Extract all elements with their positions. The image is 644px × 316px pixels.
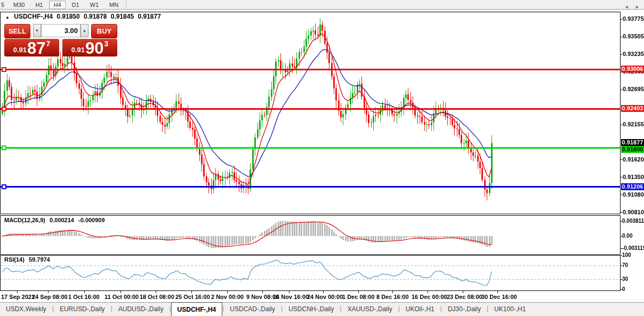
buy-button[interactable]: BUY <box>91 24 117 38</box>
chart-tab-usdx-weekly[interactable]: USDX,Weekly <box>0 303 52 316</box>
price-tick-label: 0.91620 <box>623 156 644 163</box>
chart-tab-ukoil-h1[interactable]: UKOil-,H1 <box>400 303 440 316</box>
timeframe-button-h1[interactable]: H1 <box>31 1 47 9</box>
timeframe-button-5[interactable]: 5 <box>0 1 7 9</box>
buy-price-display[interactable]: 0.91 90 3 <box>62 39 117 56</box>
buy-price-big: 90 <box>85 40 103 56</box>
date-label: 18 Oct 08:00 <box>140 294 174 300</box>
chart-tab-usdcnh-daily[interactable]: USDCNH-,Daily <box>283 303 340 316</box>
date-label: 1 Dec 08:00 <box>342 294 375 300</box>
chart-tab-dj30-daily[interactable]: DJ30-,Daily <box>442 303 487 316</box>
date-label: 11 Oct 00:00 <box>104 294 139 300</box>
timeframe-button-d1[interactable]: D1 <box>68 1 84 9</box>
date-label: 17 Sep 2021 <box>1 294 35 300</box>
tab-scroll-arrows: ◄ ► <box>619 4 640 10</box>
sell-price-pip: 7 <box>46 39 51 48</box>
date-label: 2 Nov 00:00 <box>211 294 244 300</box>
sell-price-display[interactable]: 0.91 87 7 <box>4 39 59 56</box>
one-click-trade-panel: SELL ▼ 3.00 ▲ BUY 0.91 87 7 0.91 90 3 <box>4 24 117 56</box>
volume-input[interactable]: 3.00 <box>41 24 80 37</box>
date-label: 23 Dec 08:00 <box>447 294 482 300</box>
price-badge-0.92403: 0.92403 <box>621 105 644 112</box>
chart-tab-uk100-h1[interactable]: UK100-,H1 <box>488 303 532 316</box>
chart-tab-usdchf-h4[interactable]: USDCHF-,H4 <box>171 302 223 316</box>
sell-price-big: 87 <box>27 40 45 56</box>
rsi-tick-label: 0 <box>622 286 644 292</box>
macd-signal-value: -0.000909 <box>78 217 105 223</box>
date-label: 1 Oct 16:00 <box>68 294 100 300</box>
chart-title: ▲ USDCHF-,H4 0.91850 0.91878 0.91845 0.9… <box>5 13 163 20</box>
timeframe-button-m30[interactable]: M30 <box>9 1 29 9</box>
rsi-label: RSI(14) 59.7974 <box>4 256 53 263</box>
tab-scroll-right-icon[interactable]: ► <box>635 4 640 10</box>
rsi-value: 59.7974 <box>29 256 50 263</box>
price-tick-label: 0.93505 <box>623 33 644 39</box>
date-label: 16 Nov 16:00 <box>273 294 309 300</box>
price-badge-0.93006: 0.93006 <box>621 66 644 72</box>
timeframe-button-mn[interactable]: MN <box>105 1 123 9</box>
macd-main-value: 0.000214 <box>50 217 74 223</box>
price-badge-0.91206: 0.91206 <box>621 183 644 190</box>
date-label: 24 Sep 08:00 <box>32 294 68 300</box>
date-label: 25 Oct 16:00 <box>175 294 210 300</box>
price-tick-label: 0.93775 <box>623 15 644 22</box>
chart-tab-audusd-daily[interactable]: AUDUSD-,Daily <box>112 303 170 316</box>
price-tick-label: 0.92155 <box>623 121 644 127</box>
price-tick-label: 0.91350 <box>623 174 644 180</box>
macd-name: MACD(12,26,9) <box>4 217 45 223</box>
chart-tab-bar: USDX,Weekly|EURUSD-,Daily|AUDUSD-,Daily|… <box>0 302 644 316</box>
price-badge-0.91877: 0.91877 <box>621 139 644 146</box>
date-label: 24 Nov 00:00 <box>307 294 343 300</box>
collapse-icon[interactable]: ▲ <box>5 15 10 20</box>
ohlc-close: 0.91877 <box>138 13 160 20</box>
chart-tab-eurusd-daily[interactable]: EURUSD-,Daily <box>54 303 111 316</box>
ohlc-high: 0.91878 <box>84 13 107 20</box>
chart-tab-usdcad-daily[interactable]: USDCAD-,Daily <box>224 303 281 316</box>
price-tick-label: 0.90810 <box>623 209 644 215</box>
buy-price-pip: 3 <box>104 39 109 48</box>
ohlc-low: 0.91845 <box>111 13 134 20</box>
ohlc-open: 0.91850 <box>57 13 79 20</box>
rsi-tick-label: 100 <box>622 252 644 258</box>
symbol-period-label: USDCHF-,H4 <box>14 13 53 20</box>
price-tick-label: 0.91080 <box>623 191 644 198</box>
date-label: 30 Dec 16:00 <box>481 294 517 300</box>
volume-up-button[interactable]: ▲ <box>80 24 88 37</box>
chart-tab-xauusd-daily[interactable]: XAUUSD-,Daily <box>342 303 398 316</box>
buy-price-prefix: 0.91 <box>71 46 85 54</box>
price-tick-label: 0.92695 <box>623 86 644 92</box>
volume-stepper: ▼ 3.00 ▲ <box>33 24 88 37</box>
volume-down-button[interactable]: ▼ <box>33 24 41 37</box>
price-tick-label: 0.93235 <box>623 51 644 57</box>
date-label: 16 Dec 00:00 <box>412 294 447 300</box>
macd-tick-label: 0.003811 <box>622 218 644 224</box>
sell-button[interactable]: SELL <box>4 24 30 38</box>
date-label: 8 Dec 16:00 <box>376 294 409 300</box>
macd-label: MACD(12,26,9) 0.000214 -0.000909 <box>4 217 108 223</box>
timeframe-button-w1[interactable]: W1 <box>86 1 103 9</box>
timeframe-button-h4[interactable]: H4 <box>49 1 65 9</box>
rsi-tick-label: 30 <box>622 276 644 282</box>
timeframe-toolbar: 5M30H1H4D1W1MN <box>0 0 644 10</box>
tab-scroll-left-icon[interactable]: ◄ <box>624 4 629 10</box>
macd-tick-label: -0.003115 <box>622 245 644 251</box>
toolbar-separator <box>126 1 126 8</box>
macd-tick-label: 0.00 <box>622 233 644 239</box>
price-badge-0.91800: 0.91800 <box>621 146 644 153</box>
rsi-name: RSI(14) <box>4 256 25 263</box>
sell-price-prefix: 0.91 <box>13 46 27 54</box>
rsi-tick-label: 70 <box>622 262 644 268</box>
